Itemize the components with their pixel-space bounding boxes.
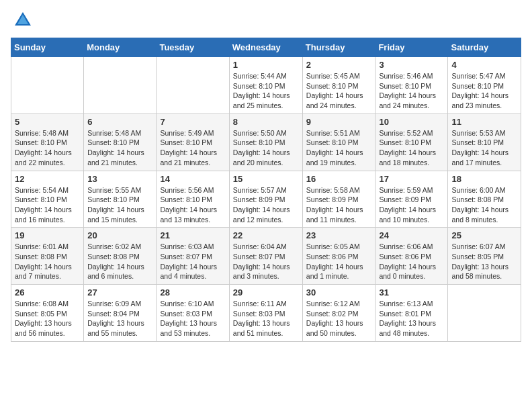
day-info: Sunrise: 6:08 AM Sunset: 8:05 PM Dayligh… — [15, 299, 80, 338]
day-info: Sunrise: 5:54 AM Sunset: 8:10 PM Dayligh… — [15, 185, 80, 225]
day-of-week-header: Saturday — [448, 38, 521, 57]
calendar-week-row: 26Sunrise: 6:08 AM Sunset: 8:05 PM Dayli… — [11, 285, 521, 342]
calendar-empty-cell — [157, 57, 229, 114]
calendar-week-row: 19Sunrise: 6:01 AM Sunset: 8:08 PM Dayli… — [11, 228, 521, 285]
calendar-day-cell: 15Sunrise: 5:57 AM Sunset: 8:09 PM Dayli… — [229, 171, 302, 228]
day-number: 22 — [233, 230, 299, 240]
day-info: Sunrise: 5:52 AM Sunset: 8:10 PM Dayligh… — [379, 128, 444, 168]
day-info: Sunrise: 5:55 AM Sunset: 8:10 PM Dayligh… — [87, 185, 152, 225]
day-info: Sunrise: 5:50 AM Sunset: 8:10 PM Dayligh… — [233, 128, 299, 168]
calendar-week-row: 5Sunrise: 5:48 AM Sunset: 8:10 PM Daylig… — [11, 113, 521, 171]
calendar-day-cell: 18Sunrise: 6:00 AM Sunset: 8:08 PM Dayli… — [448, 171, 521, 228]
day-info: Sunrise: 5:58 AM Sunset: 8:09 PM Dayligh… — [306, 185, 372, 225]
day-number: 19 — [15, 230, 80, 240]
logo — [11, 11, 32, 30]
day-of-week-header: Wednesday — [229, 38, 302, 57]
day-of-week-header: Sunday — [11, 38, 84, 57]
day-info: Sunrise: 5:48 AM Sunset: 8:10 PM Dayligh… — [15, 128, 80, 168]
calendar-day-cell: 6Sunrise: 5:48 AM Sunset: 8:10 PM Daylig… — [84, 113, 157, 171]
day-info: Sunrise: 6:05 AM Sunset: 8:06 PM Dayligh… — [306, 242, 372, 281]
calendar-day-cell: 8Sunrise: 5:50 AM Sunset: 8:10 PM Daylig… — [229, 113, 302, 171]
day-of-week-header: Thursday — [302, 38, 375, 57]
calendar-day-cell: 31Sunrise: 6:13 AM Sunset: 8:01 PM Dayli… — [375, 285, 448, 342]
calendar-day-cell: 27Sunrise: 6:09 AM Sunset: 8:04 PM Dayli… — [84, 285, 157, 342]
calendar-day-cell: 16Sunrise: 5:58 AM Sunset: 8:09 PM Dayli… — [302, 171, 375, 228]
day-info: Sunrise: 5:57 AM Sunset: 8:09 PM Dayligh… — [233, 185, 299, 225]
day-number: 3 — [379, 60, 444, 70]
calendar-day-cell: 2Sunrise: 5:45 AM Sunset: 8:10 PM Daylig… — [302, 57, 375, 114]
page-header — [11, 11, 521, 30]
day-number: 24 — [379, 230, 444, 240]
calendar-empty-cell — [11, 57, 84, 114]
calendar-day-cell: 22Sunrise: 6:04 AM Sunset: 8:07 PM Dayli… — [229, 228, 302, 285]
calendar-day-cell: 19Sunrise: 6:01 AM Sunset: 8:08 PM Dayli… — [11, 228, 84, 285]
day-number: 5 — [15, 117, 80, 127]
day-number: 26 — [15, 287, 80, 298]
calendar-day-cell: 20Sunrise: 6:02 AM Sunset: 8:08 PM Dayli… — [84, 228, 157, 285]
calendar-day-cell: 3Sunrise: 5:46 AM Sunset: 8:10 PM Daylig… — [375, 57, 448, 114]
day-number: 20 — [87, 230, 152, 240]
calendar-day-cell: 9Sunrise: 5:51 AM Sunset: 8:10 PM Daylig… — [302, 113, 375, 171]
day-number: 28 — [160, 287, 225, 298]
day-number: 11 — [451, 117, 517, 127]
day-info: Sunrise: 5:47 AM Sunset: 8:10 PM Dayligh… — [451, 71, 517, 111]
day-info: Sunrise: 5:44 AM Sunset: 8:10 PM Dayligh… — [233, 71, 299, 111]
day-number: 15 — [233, 174, 299, 184]
day-info: Sunrise: 6:10 AM Sunset: 8:03 PM Dayligh… — [160, 299, 225, 338]
day-number: 18 — [451, 174, 517, 184]
day-info: Sunrise: 6:11 AM Sunset: 8:03 PM Dayligh… — [233, 299, 299, 338]
day-of-week-header: Monday — [84, 38, 157, 57]
calendar-day-cell: 26Sunrise: 6:08 AM Sunset: 8:05 PM Dayli… — [11, 285, 84, 342]
calendar-day-cell: 10Sunrise: 5:52 AM Sunset: 8:10 PM Dayli… — [375, 113, 448, 171]
day-number: 31 — [379, 287, 444, 298]
calendar-day-cell: 28Sunrise: 6:10 AM Sunset: 8:03 PM Dayli… — [157, 285, 229, 342]
day-info: Sunrise: 6:03 AM Sunset: 8:07 PM Dayligh… — [160, 242, 225, 281]
calendar-day-cell: 24Sunrise: 6:06 AM Sunset: 8:06 PM Dayli… — [375, 228, 448, 285]
day-number: 21 — [160, 230, 225, 240]
day-number: 16 — [306, 174, 372, 184]
calendar-day-cell: 13Sunrise: 5:55 AM Sunset: 8:10 PM Dayli… — [84, 171, 157, 228]
day-info: Sunrise: 5:45 AM Sunset: 8:10 PM Dayligh… — [306, 71, 372, 111]
calendar-empty-cell — [84, 57, 157, 114]
calendar-day-cell: 12Sunrise: 5:54 AM Sunset: 8:10 PM Dayli… — [11, 171, 84, 228]
day-number: 4 — [451, 60, 517, 70]
day-info: Sunrise: 6:07 AM Sunset: 8:05 PM Dayligh… — [451, 242, 517, 281]
calendar-empty-cell — [448, 285, 521, 342]
day-number: 8 — [233, 117, 299, 127]
calendar-day-cell: 29Sunrise: 6:11 AM Sunset: 8:03 PM Dayli… — [229, 285, 302, 342]
day-of-week-header: Tuesday — [157, 38, 229, 57]
calendar-day-cell: 23Sunrise: 6:05 AM Sunset: 8:06 PM Dayli… — [302, 228, 375, 285]
calendar-week-row: 1Sunrise: 5:44 AM Sunset: 8:10 PM Daylig… — [11, 57, 521, 114]
calendar-day-cell: 7Sunrise: 5:49 AM Sunset: 8:10 PM Daylig… — [157, 113, 229, 171]
day-number: 17 — [379, 174, 444, 184]
calendar-header-row: SundayMondayTuesdayWednesdayThursdayFrid… — [11, 38, 521, 57]
calendar-day-cell: 21Sunrise: 6:03 AM Sunset: 8:07 PM Dayli… — [157, 228, 229, 285]
day-info: Sunrise: 5:49 AM Sunset: 8:10 PM Dayligh… — [160, 128, 225, 168]
calendar-day-cell: 11Sunrise: 5:53 AM Sunset: 8:10 PM Dayli… — [448, 113, 521, 171]
day-number: 6 — [87, 117, 152, 127]
day-number: 1 — [233, 60, 299, 70]
day-number: 13 — [87, 174, 152, 184]
day-number: 9 — [306, 117, 372, 127]
day-info: Sunrise: 5:53 AM Sunset: 8:10 PM Dayligh… — [451, 128, 517, 168]
day-info: Sunrise: 5:59 AM Sunset: 8:09 PM Dayligh… — [379, 185, 444, 225]
calendar-day-cell: 1Sunrise: 5:44 AM Sunset: 8:10 PM Daylig… — [229, 57, 302, 114]
day-info: Sunrise: 6:12 AM Sunset: 8:02 PM Dayligh… — [306, 299, 372, 338]
calendar-day-cell: 30Sunrise: 6:12 AM Sunset: 8:02 PM Dayli… — [302, 285, 375, 342]
day-info: Sunrise: 5:46 AM Sunset: 8:10 PM Dayligh… — [379, 71, 444, 111]
day-number: 30 — [306, 287, 372, 298]
day-info: Sunrise: 6:13 AM Sunset: 8:01 PM Dayligh… — [379, 299, 444, 338]
calendar-table: SundayMondayTuesdayWednesdayThursdayFrid… — [11, 38, 521, 342]
day-number: 27 — [87, 287, 152, 298]
day-info: Sunrise: 5:51 AM Sunset: 8:10 PM Dayligh… — [306, 128, 372, 168]
day-number: 7 — [160, 117, 225, 127]
day-number: 23 — [306, 230, 372, 240]
day-number: 2 — [306, 60, 372, 70]
day-info: Sunrise: 6:02 AM Sunset: 8:08 PM Dayligh… — [87, 242, 152, 281]
day-info: Sunrise: 6:00 AM Sunset: 8:08 PM Dayligh… — [451, 185, 517, 225]
calendar-day-cell: 4Sunrise: 5:47 AM Sunset: 8:10 PM Daylig… — [448, 57, 521, 114]
day-info: Sunrise: 6:06 AM Sunset: 8:06 PM Dayligh… — [379, 242, 444, 281]
day-info: Sunrise: 6:09 AM Sunset: 8:04 PM Dayligh… — [87, 299, 152, 338]
day-number: 14 — [160, 174, 225, 184]
calendar-week-row: 12Sunrise: 5:54 AM Sunset: 8:10 PM Dayli… — [11, 171, 521, 228]
